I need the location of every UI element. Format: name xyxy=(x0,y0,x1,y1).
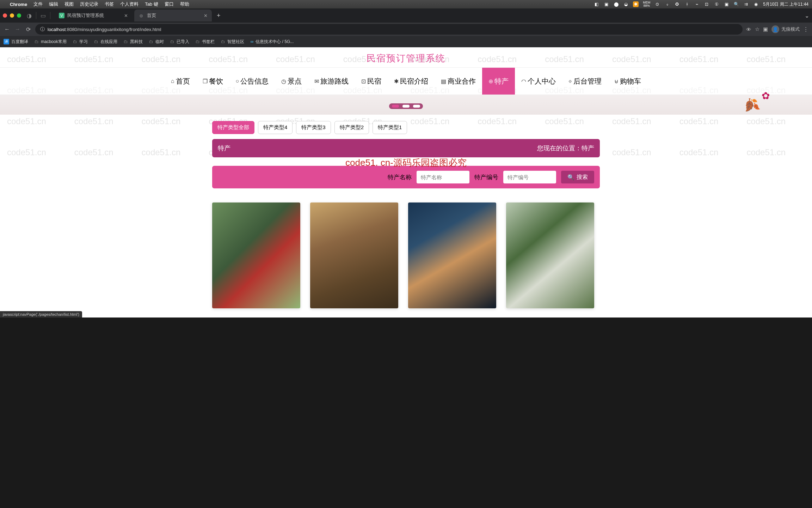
name-input[interactable] xyxy=(417,171,469,183)
incognito-badge[interactable]: 👤 无痕模式 xyxy=(771,25,800,33)
product-card[interactable] xyxy=(408,202,496,308)
tray-icon[interactable]: ◧ xyxy=(593,1,599,7)
folder-icon: 🗀 xyxy=(124,39,128,44)
tray-icon[interactable]: ⊡ xyxy=(704,1,709,7)
bookmark-folder[interactable]: 🗀智慧社区 xyxy=(221,39,244,45)
product-card[interactable] xyxy=(310,202,398,308)
battery-icon[interactable]: ⌁ xyxy=(694,1,700,7)
url-bar[interactable]: ⓘ localhost:8080/minsuyudingguanlixitong… xyxy=(35,24,743,35)
incognito-icon: ◑ xyxy=(27,12,32,19)
browser-tab[interactable]: ◎ 首页 ✕ xyxy=(134,10,212,22)
tray-icon[interactable]: ⬤ xyxy=(613,1,619,7)
grid-icon: ❐ xyxy=(203,78,208,85)
menu-bookmarks[interactable]: 书签 xyxy=(105,1,114,7)
nav-cart[interactable]: ⊌购物车 xyxy=(608,68,647,95)
nav-routes[interactable]: ✉旅游路线 xyxy=(308,68,355,95)
filter-chip[interactable]: 特产类型3 xyxy=(296,121,331,134)
filter-chip[interactable]: 特产类型4 xyxy=(258,121,293,134)
flower-decoration: ✿ xyxy=(762,90,770,102)
bookmark-star-icon[interactable]: ☆ xyxy=(755,26,759,32)
favicon: ◎ xyxy=(139,13,144,18)
bookmark-item[interactable]: ∞信息技术中心 / 5G... xyxy=(251,39,294,45)
nav-dining[interactable]: ❐餐饮 xyxy=(196,68,229,95)
tray-icon[interactable]: ⊙ xyxy=(654,1,660,7)
menu-window[interactable]: 窗口 xyxy=(165,1,174,7)
carousel-dot[interactable] xyxy=(392,105,399,108)
nav-announcements[interactable]: ○公告信息 xyxy=(229,68,275,95)
bookmark-folder[interactable]: 🗀黑科技 xyxy=(124,39,143,45)
control-center-icon[interactable]: ⇉ xyxy=(743,1,749,7)
product-card[interactable] xyxy=(506,202,594,308)
tray-icon[interactable]: ◒ xyxy=(623,1,629,7)
tray-icon[interactable]: ✱ xyxy=(633,1,639,7)
square-icon: ⊡ xyxy=(361,78,366,85)
tabs-dropdown-icon[interactable]: ⌄ xyxy=(805,12,809,19)
memory-indicator[interactable]: MEM 88% xyxy=(643,1,650,7)
nav-homestay[interactable]: ⊡民宿 xyxy=(355,68,388,95)
filter-chip[interactable]: 特产类型2 xyxy=(334,121,369,134)
window-minimize-button[interactable] xyxy=(10,13,14,18)
favicon: V xyxy=(59,13,64,18)
tray-icon[interactable]: ① xyxy=(714,1,719,7)
bookmark-item[interactable]: 译百度翻译 xyxy=(4,39,28,45)
site-info-icon[interactable]: ⓘ xyxy=(40,26,45,32)
menu-edit[interactable]: 编辑 xyxy=(49,1,58,7)
bookmark-folder[interactable]: 🗀学习 xyxy=(73,39,88,45)
browser-tab[interactable]: V 民宿预订管理系统 ✕ xyxy=(55,10,132,22)
carousel-dots xyxy=(389,103,423,109)
menu-history[interactable]: 历史记录 xyxy=(80,1,98,7)
tray-icon[interactable]: ▣ xyxy=(724,1,729,7)
breadcrumb-title: 特产 xyxy=(218,144,230,152)
menu-tab[interactable]: Tab 键 xyxy=(145,1,158,7)
panel-icon[interactable]: ▣ xyxy=(763,26,768,32)
code-input[interactable] xyxy=(503,171,556,183)
close-icon[interactable]: ✕ xyxy=(204,13,208,18)
chrome-menu-icon[interactable]: ⋮ xyxy=(803,26,808,32)
tray-icon[interactable]: ⬨ xyxy=(664,1,670,7)
tab-group-icon[interactable]: ▭ xyxy=(41,12,46,19)
filter-chip[interactable]: 特产类型1 xyxy=(373,121,407,134)
nav-personal[interactable]: ◠个人中心 xyxy=(515,68,562,95)
app-name[interactable]: Chrome xyxy=(10,2,27,7)
spotlight-icon[interactable]: 🔍 xyxy=(733,1,739,7)
carousel-dot[interactable] xyxy=(402,105,410,108)
nav-admin[interactable]: ⟐后台管理 xyxy=(562,68,608,95)
nav-business[interactable]: ▤商业合作 xyxy=(435,68,482,95)
window-close-button[interactable] xyxy=(3,13,7,18)
link-icon: ∞ xyxy=(251,39,254,44)
page-content: code51.cncode51.cncode51.cncode51.cncode… xyxy=(0,47,812,318)
window-maximize-button[interactable] xyxy=(17,13,21,18)
folder-icon: 🗀 xyxy=(170,39,174,44)
nav-home[interactable]: ⌂首页 xyxy=(165,68,196,95)
macos-menubar: Chrome 文件 编辑 视图 历史记录 书签 个人资料 Tab 键 窗口 帮助… xyxy=(0,0,812,8)
nav-specialty[interactable]: ⊕特产 xyxy=(482,68,515,95)
close-icon[interactable]: ✕ xyxy=(124,13,128,18)
bookmark-folder[interactable]: 🗀临时 xyxy=(149,39,164,45)
nav-homestay-intro[interactable]: ✱民宿介绍 xyxy=(388,68,435,95)
back-button[interactable]: ← xyxy=(4,26,11,32)
reload-button[interactable]: ⟳ xyxy=(25,26,32,33)
bookmark-folder[interactable]: 🗀已导入 xyxy=(170,39,189,45)
filter-chip-all[interactable]: 特产类型全部 xyxy=(212,121,254,134)
clock[interactable]: 5月10日 周二 上午11:44 xyxy=(763,1,808,7)
product-card[interactable] xyxy=(212,202,300,308)
carousel-dot[interactable] xyxy=(413,105,420,108)
menu-help[interactable]: 帮助 xyxy=(180,1,189,7)
menu-file[interactable]: 文件 xyxy=(33,1,43,7)
eye-off-icon[interactable]: 👁 xyxy=(746,26,751,32)
search-button[interactable]: 🔍 搜索 xyxy=(561,171,594,183)
siri-icon[interactable]: ◉ xyxy=(753,1,759,7)
menu-profile[interactable]: 个人资料 xyxy=(120,1,139,7)
breadcrumb-location: 您现在的位置：特产 xyxy=(537,144,594,152)
link-icon: ⟐ xyxy=(568,78,572,84)
product-image xyxy=(506,202,594,308)
bookmark-folder[interactable]: 🗀书签栏 xyxy=(196,39,215,45)
bookmark-folder[interactable]: 🗀macbook常用 xyxy=(35,39,67,45)
tray-icon[interactable]: ✪ xyxy=(674,1,680,7)
menu-view[interactable]: 视图 xyxy=(64,1,74,7)
nav-attractions[interactable]: ◷景点 xyxy=(275,68,308,95)
bookmark-folder[interactable]: 🗀在线应用 xyxy=(94,39,117,45)
bluetooth-icon[interactable]: ᚼ xyxy=(684,1,690,7)
tray-icon[interactable]: ▣ xyxy=(603,1,609,7)
new-tab-button[interactable]: + xyxy=(214,12,223,19)
